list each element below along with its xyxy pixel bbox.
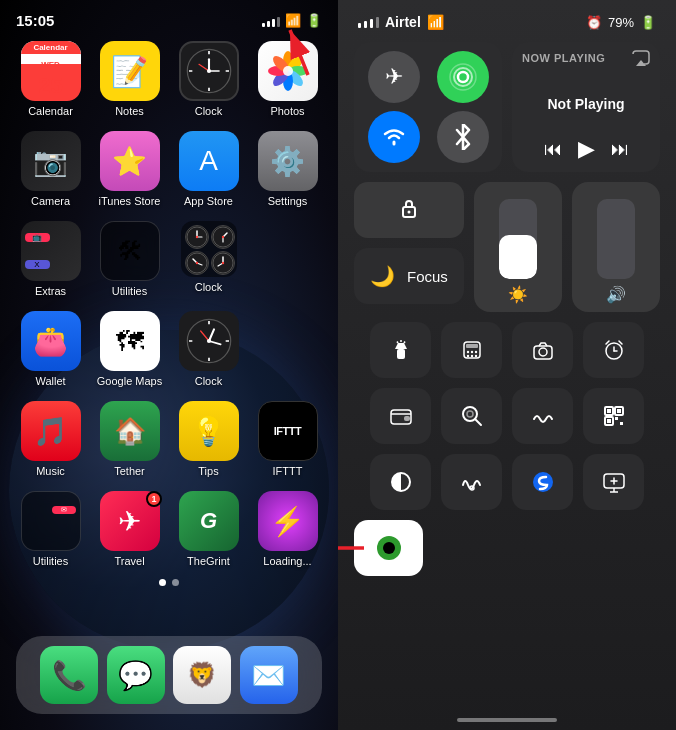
cc-small-row-1 <box>354 322 660 378</box>
cc-brightness-slider[interactable]: ☀️ <box>474 182 562 312</box>
cc-empty-3 <box>591 520 660 576</box>
dock-phone[interactable]: 📞 <box>40 646 98 704</box>
app-utilities-folder[interactable]: 🛠 Utilities <box>95 221 164 297</box>
airplay-icon[interactable] <box>632 50 650 70</box>
appstore-icon: A <box>179 131 239 191</box>
np-play-btn[interactable]: ▶ <box>578 136 595 162</box>
gmaps-icon: 🗺 <box>100 311 160 371</box>
page-dot-1 <box>159 579 166 586</box>
cc-battery-pct: 79% <box>608 15 634 30</box>
cc-screen-add-tile[interactable] <box>583 454 644 510</box>
tips-icon: 💡 <box>179 401 239 461</box>
app-music[interactable]: 🎵 Music <box>16 401 85 477</box>
app-label-extras: Extras <box>35 285 66 297</box>
dock-messages[interactable]: 💬 <box>107 646 165 704</box>
app-ifttt[interactable]: IFTTT IFTTT <box>253 401 322 477</box>
home-grid: Calendar WED 25 Calendar 📝 Notes <box>0 33 338 567</box>
app-label-gmaps: Google Maps <box>97 375 162 387</box>
app-label-utilities2: Utilities <box>33 555 68 567</box>
app-clock2[interactable]: Clock <box>174 311 243 387</box>
cc-airplane-btn[interactable]: ✈ <box>368 51 420 103</box>
cc-cellular-center <box>431 51 494 103</box>
cc-volume-slider[interactable]: 🔊 <box>572 182 660 312</box>
app-clock[interactable]: Clock <box>174 41 243 117</box>
cc-magnifier-tile[interactable] <box>441 388 502 444</box>
tether-icon: 🏠 <box>100 401 160 461</box>
cc-connectivity-tile: ✈ <box>354 42 502 172</box>
app-appstore[interactable]: A App Store <box>174 131 243 207</box>
mini-clock-4 <box>211 251 235 275</box>
app-calendar[interactable]: Calendar WED 25 Calendar <box>16 41 85 117</box>
svg-point-31 <box>195 262 197 264</box>
cc-small-row-2 <box>354 388 660 444</box>
mini-clock-3 <box>185 251 209 275</box>
cc-audio-recog-tile[interactable] <box>441 454 502 510</box>
empty-icon-2 <box>258 311 318 371</box>
app-tether[interactable]: 🏠 Tether <box>95 401 164 477</box>
brightness-icon: ☀️ <box>508 285 528 304</box>
app-travel[interactable]: ✈ 1 Travel <box>95 491 164 567</box>
portrait-lock-svg <box>398 199 420 221</box>
dock-mail[interactable]: ✉️ <box>240 646 298 704</box>
cc-shazam-tile[interactable] <box>512 454 573 510</box>
cc-carrier-info: Airtel 📶 <box>358 14 444 30</box>
app-thegrint[interactable]: G TheGrint <box>174 491 243 567</box>
svg-point-45 <box>458 72 468 82</box>
empty-icon-1 <box>258 221 318 281</box>
cc-dark-filter-tile[interactable] <box>370 454 431 510</box>
cc-carrier: Airtel <box>385 14 421 30</box>
cc-alarm-tile[interactable] <box>583 322 644 378</box>
app-label-loading: Loading... <box>263 555 311 567</box>
cc-wifi-btn[interactable] <box>368 111 420 163</box>
torch-svg <box>390 339 412 361</box>
cc-signal <box>358 17 379 28</box>
dock-browser[interactable]: 🦁 <box>173 646 231 704</box>
app-camera[interactable]: 📷 Camera <box>16 131 85 207</box>
np-prev-btn[interactable]: ⏮ <box>544 139 562 160</box>
cc-cellular-btn[interactable] <box>437 51 489 103</box>
cc-torch-tile[interactable] <box>370 322 431 378</box>
mini-clock-1 <box>185 225 209 249</box>
record-outer-circle <box>377 536 401 560</box>
app-clock-folder[interactable]: Clock <box>174 221 243 297</box>
app-tips[interactable]: 💡 Tips <box>174 401 243 477</box>
app-label-clock2: Clock <box>195 375 223 387</box>
wallet-svg <box>390 405 412 427</box>
svg-point-27 <box>221 236 223 238</box>
camera-icon-img: 📷 <box>21 131 81 191</box>
cc-focus-tile[interactable]: 🌙 Focus <box>354 248 464 304</box>
svg-point-59 <box>474 351 476 353</box>
thegrint-icon: G <box>179 491 239 551</box>
time: 15:05 <box>16 12 54 29</box>
app-notes[interactable]: 📝 Notes <box>95 41 164 117</box>
page-dot-2 <box>172 579 179 586</box>
svg-rect-50 <box>397 349 405 359</box>
mini-clock-2 <box>211 225 235 249</box>
calendar-date: 25 <box>38 75 62 97</box>
focus-col: 🌙 Focus <box>354 182 464 304</box>
svg-rect-78 <box>607 419 611 423</box>
app-label-camera: Camera <box>31 195 70 207</box>
cc-camera-tile[interactable] <box>512 322 573 378</box>
app-extras[interactable]: 📺 X Extras <box>16 221 85 297</box>
svg-point-61 <box>470 355 472 357</box>
app-itunes[interactable]: ⭐ iTunes Store <box>95 131 164 207</box>
cc-calculator-tile[interactable] <box>441 322 502 378</box>
cc-bluetooth-btn[interactable] <box>437 111 489 163</box>
app-label-travel: Travel <box>114 555 144 567</box>
cc-battery-icon: 🔋 <box>640 15 656 30</box>
cc-sound-recog-tile[interactable] <box>512 388 573 444</box>
cc-portrait-lock-tile[interactable] <box>354 182 464 238</box>
app-gmaps[interactable]: 🗺 Google Maps <box>95 311 164 387</box>
page-dots <box>0 579 338 586</box>
cc-qr-tile[interactable] <box>583 388 644 444</box>
app-utilities2[interactable]: ✉ Utilities <box>16 491 85 567</box>
cc-wallet-tile[interactable] <box>370 388 431 444</box>
cc-alarm-icon: ⏰ <box>586 15 602 30</box>
app-wallet[interactable]: 👛 Wallet <box>16 311 85 387</box>
cc-main: ✈ <box>338 38 676 576</box>
app-settings[interactable]: ⚙️ Settings <box>253 131 322 207</box>
app-label-itunes: iTunes Store <box>99 195 161 207</box>
app-loading[interactable]: ⚡ Loading... <box>253 491 322 567</box>
np-next-btn[interactable]: ⏭ <box>611 139 629 160</box>
